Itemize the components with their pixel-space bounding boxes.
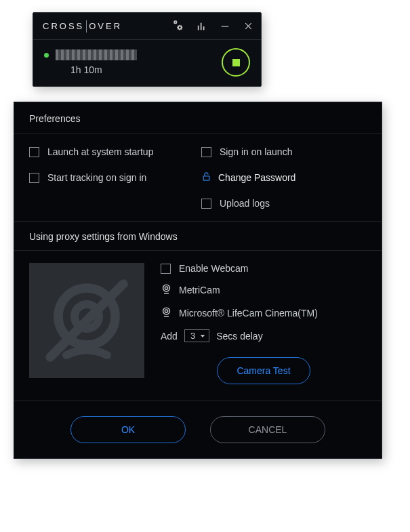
stop-icon bbox=[232, 59, 240, 66]
checkbox-launch-startup[interactable]: Launch at system startup bbox=[29, 146, 194, 157]
brand-separator bbox=[86, 20, 87, 33]
change-password-link[interactable]: Change Password bbox=[201, 171, 367, 184]
delay-row: Add 3 Secs delay bbox=[161, 329, 367, 342]
ok-label: OK bbox=[121, 424, 135, 435]
brand-right: OVER bbox=[89, 21, 122, 31]
checkbox-start-tracking[interactable]: Start tracking on sign in bbox=[29, 172, 194, 183]
camera-test-button[interactable]: Camera Test bbox=[217, 357, 310, 384]
change-password-label: Change Password bbox=[218, 172, 295, 183]
checkbox-label: Sign in on launch bbox=[220, 146, 292, 157]
tracked-duration: 1h 10m bbox=[70, 64, 222, 75]
webcam-disabled-icon bbox=[36, 270, 138, 371]
checkbox-label: Start tracking on sign in bbox=[47, 172, 146, 183]
user-name-redacted bbox=[56, 49, 137, 60]
close-icon[interactable] bbox=[242, 20, 254, 33]
svg-point-11 bbox=[165, 287, 167, 289]
webcam-icon bbox=[161, 283, 172, 297]
widget-header: CROSS OVER bbox=[33, 13, 261, 40]
delay-select[interactable]: 3 bbox=[184, 329, 209, 342]
stats-icon[interactable] bbox=[196, 20, 208, 33]
settings-icon[interactable] bbox=[173, 20, 185, 33]
checkbox-box-icon bbox=[201, 147, 211, 157]
webcam-icon bbox=[161, 306, 172, 320]
cancel-label: CANCEL bbox=[249, 424, 287, 435]
checkbox-label: Upload logs bbox=[220, 198, 270, 209]
camera-option-lifecam[interactable]: Microsoft® LifeCam Cinema(TM) bbox=[161, 306, 367, 320]
preferences-panel: Preferences Launch at system startup Sig… bbox=[14, 102, 382, 459]
webcam-preview-placeholder bbox=[29, 263, 144, 378]
webcam-section: Enable Webcam MetriCam Microsoft® LifeCa… bbox=[14, 251, 382, 401]
preferences-title: Preferences bbox=[14, 102, 382, 134]
checkbox-box-icon bbox=[29, 173, 39, 183]
checkbox-box-icon bbox=[161, 264, 171, 274]
footer: OK CANCEL bbox=[14, 401, 382, 458]
checkbox-label: Enable Webcam bbox=[179, 263, 248, 274]
chevron-down-icon bbox=[199, 333, 206, 340]
checkbox-upload-logs[interactable]: Upload logs bbox=[201, 198, 367, 209]
lock-icon bbox=[201, 171, 211, 184]
svg-point-12 bbox=[163, 308, 170, 314]
checkbox-label: Launch at system startup bbox=[47, 146, 153, 157]
delay-suffix: Secs delay bbox=[216, 331, 262, 342]
minimize-icon[interactable] bbox=[219, 20, 231, 33]
status-dot-icon bbox=[44, 53, 49, 58]
tracker-widget: CROSS OVER 1h 10m bbox=[33, 12, 262, 87]
svg-point-10 bbox=[163, 285, 170, 291]
proxy-heading: Using proxy settings from Windows bbox=[14, 222, 382, 251]
camera-option-metricam[interactable]: MetriCam bbox=[161, 283, 367, 297]
widget-body: 1h 10m bbox=[33, 40, 261, 86]
brand-logo: CROSS OVER bbox=[43, 20, 173, 33]
checkbox-sign-in-launch[interactable]: Sign in on launch bbox=[201, 146, 367, 157]
camera-name: MetriCam bbox=[179, 285, 220, 295]
camera-name: Microsoft® LifeCam Cinema(TM) bbox=[179, 308, 318, 319]
checkbox-enable-webcam[interactable]: Enable Webcam bbox=[161, 263, 367, 274]
camera-test-label: Camera Test bbox=[237, 365, 290, 376]
svg-point-13 bbox=[165, 310, 167, 312]
stop-button[interactable] bbox=[222, 48, 250, 77]
general-options: Launch at system startup Sign in on laun… bbox=[14, 134, 382, 222]
checkbox-box-icon bbox=[201, 199, 211, 209]
delay-value: 3 bbox=[190, 331, 195, 341]
checkbox-box-icon bbox=[29, 147, 39, 157]
delay-add-label: Add bbox=[161, 331, 178, 342]
cancel-button[interactable]: CANCEL bbox=[210, 416, 325, 443]
svg-rect-6 bbox=[203, 176, 209, 180]
ok-button[interactable]: OK bbox=[70, 416, 186, 443]
brand-left: CROSS bbox=[43, 21, 84, 31]
